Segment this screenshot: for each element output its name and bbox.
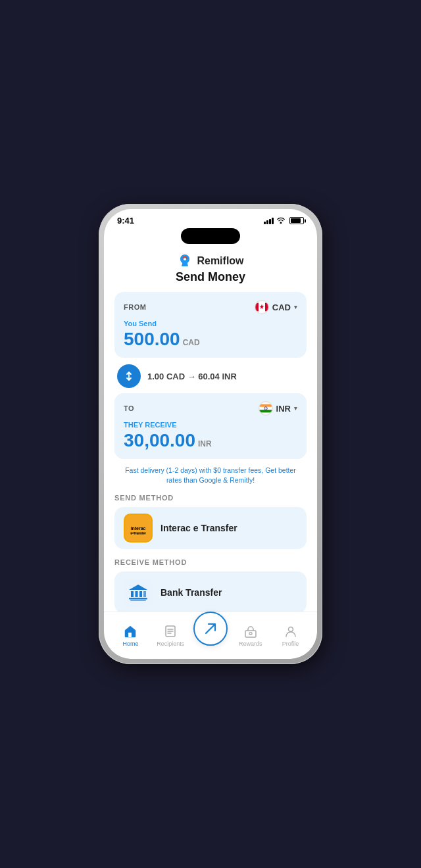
- svg-rect-3: [255, 303, 259, 312]
- receive-method-label: RECEIVE METHOD: [114, 558, 307, 566]
- cad-code: CAD: [272, 302, 291, 312]
- svg-rect-21: [143, 591, 146, 597]
- battery-icon: [289, 217, 304, 224]
- cad-selector[interactable]: CAD ▾: [255, 300, 297, 314]
- logo-row: Remiflow: [177, 253, 243, 269]
- fab-button[interactable]: [193, 612, 228, 646]
- exchange-row: 1.00 CAD → 60.04 INR: [114, 364, 307, 388]
- svg-rect-23: [130, 600, 146, 601]
- cad-chevron-icon: ▾: [294, 304, 297, 310]
- send-method-label: SEND METHOD: [114, 494, 307, 502]
- signal-icon: [264, 218, 274, 224]
- fab-inner: [197, 615, 224, 642]
- logo-text: Remiflow: [197, 255, 243, 267]
- svg-rect-30: [249, 633, 252, 635]
- status-bar: 9:41: [104, 209, 317, 228]
- rewards-nav-label: Rewards: [239, 640, 262, 647]
- receive-method-card[interactable]: Bank Transfer: [114, 571, 307, 614]
- from-amount-currency: CAD: [183, 338, 200, 347]
- to-amount-value: 30,00.00: [124, 430, 195, 451]
- cad-flag: [255, 300, 269, 314]
- to-label: TO: [124, 404, 134, 412]
- swap-button[interactable]: [117, 364, 141, 388]
- to-card-header: TO: [124, 401, 297, 416]
- phone-screen: 9:41: [104, 209, 317, 659]
- send-method-card[interactable]: Interac e-Transfer Interac e Transfer: [114, 507, 307, 549]
- page-title: Send Money: [176, 270, 245, 284]
- svg-rect-24: [128, 633, 132, 637]
- to-amount-row: 30,00.00 INR: [124, 430, 297, 451]
- profile-icon: [284, 624, 298, 639]
- home-icon: [123, 624, 137, 639]
- svg-rect-29: [245, 631, 256, 637]
- from-amount-row: 500.00 CAD: [124, 329, 297, 350]
- status-time: 9:41: [117, 216, 134, 226]
- to-card: TO: [114, 393, 307, 459]
- to-amount-currency: INR: [198, 439, 212, 448]
- wifi-icon: [276, 216, 285, 225]
- nav-item-profile[interactable]: Profile: [270, 624, 310, 647]
- bank-icon: [124, 578, 153, 607]
- from-card-header: FROM C: [124, 300, 297, 314]
- info-text: Fast delivery (1-2 days) with $0 transfe…: [114, 466, 307, 485]
- nav-item-rewards[interactable]: Rewards: [230, 624, 270, 647]
- they-receive-label: THEY RECEIVE: [124, 421, 297, 429]
- svg-rect-22: [129, 598, 147, 600]
- svg-rect-18: [131, 591, 134, 597]
- svg-point-31: [288, 627, 293, 632]
- home-nav-label: Home: [122, 640, 138, 647]
- remiflow-logo-icon: [177, 253, 193, 269]
- svg-rect-9: [259, 410, 272, 412]
- inr-flag: [259, 401, 273, 416]
- nav-item-recipients[interactable]: Recipients: [151, 624, 191, 647]
- from-card: FROM C: [114, 292, 307, 358]
- svg-rect-7: [259, 404, 272, 407]
- inr-chevron-icon: ▾: [294, 405, 297, 412]
- recipients-icon: [163, 624, 178, 639]
- interac-icon-box: Interac e-Transfer: [124, 514, 153, 542]
- rewards-icon: [243, 624, 258, 639]
- scroll-content: Remiflow Send Money FROM: [104, 248, 317, 659]
- svg-text:Interac: Interac: [131, 527, 146, 531]
- bank-method-name: Bank Transfer: [161, 587, 222, 598]
- dynamic-island: [181, 228, 240, 244]
- svg-rect-20: [139, 591, 142, 597]
- phone-frame: 9:41: [99, 204, 322, 664]
- from-amount-value: 500.00: [124, 329, 180, 350]
- profile-nav-label: Profile: [282, 640, 299, 647]
- swap-icon: [123, 370, 135, 382]
- svg-rect-19: [136, 591, 138, 597]
- inr-selector[interactable]: INR ▾: [259, 401, 297, 416]
- from-label: FROM: [124, 303, 146, 311]
- recipients-nav-label: Recipients: [157, 640, 184, 647]
- exchange-rate-text: 1.00 CAD → 60.04 INR: [147, 372, 237, 381]
- svg-point-11: [265, 408, 266, 409]
- nav-item-home[interactable]: Home: [111, 624, 151, 647]
- send-fab-icon: [203, 621, 218, 637]
- inr-code: INR: [276, 404, 291, 414]
- app-header: Remiflow Send Money: [114, 248, 307, 292]
- interac-method-name: Interac e Transfer: [161, 523, 237, 533]
- svg-rect-17: [124, 578, 153, 607]
- svg-text:e-Transfer: e-Transfer: [131, 532, 146, 536]
- svg-rect-4: [265, 303, 268, 312]
- bank-icon-box: [124, 578, 153, 607]
- you-send-label: You Send: [124, 320, 297, 327]
- status-icons: [264, 216, 304, 225]
- interac-logo-icon: Interac e-Transfer: [125, 515, 151, 541]
